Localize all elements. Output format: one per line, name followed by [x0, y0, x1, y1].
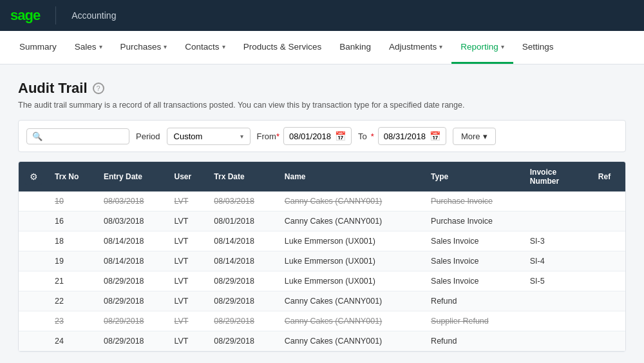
table-cell: 08/29/2018 — [97, 271, 167, 291]
col-invoice-number: InvoiceNumber — [524, 162, 592, 191]
col-name: Name — [278, 162, 424, 191]
table-cell — [524, 191, 592, 211]
table-cell: LVT — [167, 251, 207, 271]
table-cell: 08/14/2018 — [97, 251, 167, 271]
to-label: To — [358, 132, 367, 141]
table-cell: 23 — [48, 311, 97, 331]
table-cell: Canny Cakes (CANNY001) — [278, 311, 424, 331]
filter-bar: 🔍 Period Custom ▾ From* 08/01/2018 📅 To … — [18, 120, 626, 152]
table-cell: Canny Cakes (CANNY001) — [278, 331, 424, 351]
period-label: Period — [136, 132, 160, 141]
to-calendar-icon[interactable]: 📅 — [430, 131, 440, 141]
table-row: 2208/29/2018LVT08/29/2018Canny Cakes (CA… — [19, 291, 625, 311]
from-date-group: From* 08/01/2018 📅 — [257, 127, 352, 145]
table-cell — [592, 231, 625, 251]
table-cell: Luke Emmerson (UX001) — [278, 231, 424, 251]
nav-contacts[interactable]: Contacts ▾ — [176, 31, 234, 64]
nav-products-services[interactable]: Products & Services — [234, 31, 331, 64]
table-row: 1908/14/2018LVT08/14/2018Luke Emmerson (… — [19, 251, 625, 271]
row-gear-cell — [19, 291, 48, 311]
from-calendar-icon[interactable]: 📅 — [335, 131, 346, 141]
table-cell: LVT — [167, 331, 207, 351]
page-header: Audit Trail ? — [18, 80, 626, 97]
to-date-input[interactable]: 08/31/2018 📅 — [378, 127, 446, 145]
table-cell: 08/14/2018 — [97, 231, 167, 251]
row-gear-cell — [19, 211, 48, 231]
table-cell: 10 — [48, 191, 97, 211]
top-bar-title: Accounting — [71, 10, 116, 21]
audit-trail-table: ⚙ Trx No Entry Date User Trx Date Name T… — [19, 162, 625, 351]
table-cell: Sales Invoice — [424, 231, 524, 251]
table-cell: LVT — [167, 291, 207, 311]
row-gear-cell — [19, 251, 48, 271]
table-cell: LVT — [167, 191, 207, 211]
to-date-group: To * 08/31/2018 📅 — [358, 127, 446, 145]
table-cell: 19 — [48, 251, 97, 271]
table-cell — [592, 251, 625, 271]
table-row: 1008/03/2018LVT08/03/2018Canny Cakes (CA… — [19, 191, 625, 211]
col-gear: ⚙ — [19, 162, 48, 191]
table-cell: LVT — [167, 311, 207, 331]
period-select[interactable]: Custom ▾ — [167, 128, 251, 145]
table-cell: 08/29/2018 — [97, 291, 167, 311]
search-box: 🔍 — [26, 128, 129, 144]
audit-trail-table-container: ⚙ Trx No Entry Date User Trx Date Name T… — [18, 161, 626, 352]
page-description: The audit trail summary is a record of a… — [18, 101, 626, 110]
top-bar: sage Accounting — [0, 0, 644, 31]
row-gear-cell — [19, 191, 48, 211]
table-row: 2308/29/2018LVT08/29/2018Canny Cakes (CA… — [19, 311, 625, 331]
table-row: 2408/29/2018LVT08/29/2018Canny Cakes (CA… — [19, 331, 625, 351]
more-arrow-icon: ▾ — [483, 132, 488, 141]
table-cell: 08/01/2018 — [207, 211, 278, 231]
nav-adjustments-arrow: ▾ — [439, 43, 442, 50]
table-row: 1608/03/2018LVT08/01/2018Canny Cakes (CA… — [19, 211, 625, 231]
table-cell — [524, 211, 592, 231]
nav-sales[interactable]: Sales ▾ — [66, 31, 111, 64]
table-cell: 08/29/2018 — [207, 271, 278, 291]
table-cell — [592, 311, 625, 331]
table-cell: Refund — [424, 331, 524, 351]
nav-banking[interactable]: Banking — [330, 31, 380, 64]
table-cell: 08/29/2018 — [97, 331, 167, 351]
table-cell: Refund — [424, 291, 524, 311]
col-user: User — [167, 162, 207, 191]
table-cell: LVT — [167, 211, 207, 231]
table-cell — [592, 291, 625, 311]
nav-summary[interactable]: Summary — [10, 31, 66, 64]
nav-sales-arrow: ▾ — [99, 43, 102, 50]
table-cell: 08/03/2018 — [97, 191, 167, 211]
nav-purchases[interactable]: Purchases ▾ — [111, 31, 176, 64]
table-cell: SI-5 — [524, 271, 592, 291]
row-gear-cell — [19, 231, 48, 251]
table-cell: 08/03/2018 — [97, 211, 167, 231]
table-header-row: ⚙ Trx No Entry Date User Trx Date Name T… — [19, 162, 625, 191]
table-cell: 22 — [48, 291, 97, 311]
col-type: Type — [424, 162, 524, 191]
table-cell: 08/29/2018 — [207, 291, 278, 311]
from-label: From* — [257, 132, 279, 141]
gear-button[interactable]: ⚙ — [25, 168, 42, 185]
table-row: 2108/29/2018LVT08/29/2018Luke Emmerson (… — [19, 271, 625, 291]
nav-purchases-arrow: ▾ — [164, 43, 167, 50]
table-cell — [524, 331, 592, 351]
period-arrow: ▾ — [240, 133, 243, 140]
from-date-input[interactable]: 08/01/2018 📅 — [283, 127, 352, 145]
table-cell: 18 — [48, 231, 97, 251]
nav-settings[interactable]: Settings — [513, 31, 563, 64]
table-cell: 21 — [48, 271, 97, 291]
row-gear-cell — [19, 331, 48, 351]
table-cell: 16 — [48, 211, 97, 231]
table-cell: LVT — [167, 231, 207, 251]
nav-reporting-arrow: ▾ — [501, 43, 504, 50]
search-input[interactable] — [45, 132, 122, 141]
table-cell — [524, 291, 592, 311]
help-icon[interactable]: ? — [93, 83, 104, 94]
nav-reporting[interactable]: Reporting ▾ — [451, 31, 513, 64]
nav-adjustments[interactable]: Adjustments ▾ — [380, 31, 451, 64]
page-title: Audit Trail — [18, 80, 88, 97]
table-cell: 08/29/2018 — [207, 331, 278, 351]
table-cell: Sales Invoice — [424, 271, 524, 291]
table-cell: Supplier Refund — [424, 311, 524, 331]
more-button[interactable]: More ▾ — [453, 128, 496, 145]
table-body: 1008/03/2018LVT08/03/2018Canny Cakes (CA… — [19, 191, 625, 351]
